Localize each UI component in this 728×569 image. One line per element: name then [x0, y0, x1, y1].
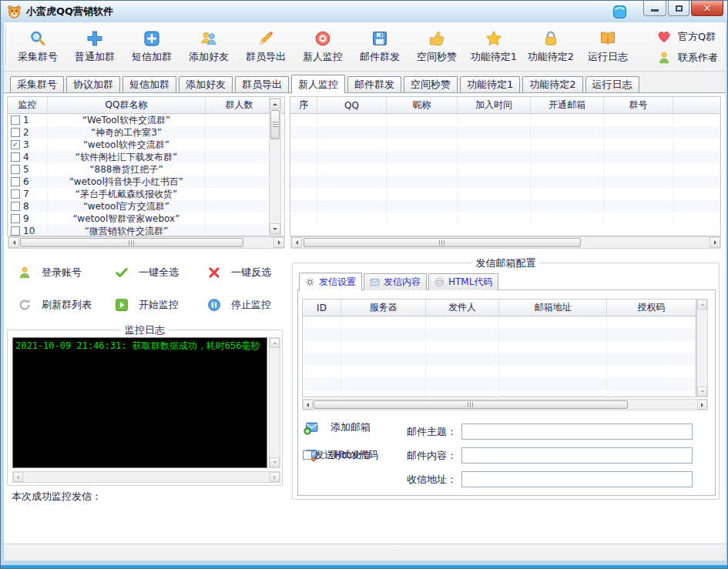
column-header[interactable]: ID — [303, 300, 341, 316]
maximize-button[interactable] — [668, 1, 689, 16]
tab-8[interactable]: 空间秒赞 — [404, 76, 458, 92]
column-header[interactable]: QQ — [317, 97, 387, 113]
group-list-vscrollbar[interactable] — [269, 98, 281, 235]
email-tab-1[interactable]: 发信设置 — [299, 273, 362, 291]
action-button-1[interactable]: 登录账号 — [18, 266, 115, 279]
tab-10[interactable]: 功能待定2 — [522, 76, 582, 92]
table-row[interactable]: 10“微营销软件交流群” — [8, 225, 284, 236]
action-button-5[interactable]: 开始监控 — [115, 298, 207, 312]
table-row[interactable]: 8“wetool官方交流群” — [8, 200, 284, 213]
column-header[interactable]: QQ群名称 — [48, 97, 206, 113]
toolbar-item-6[interactable]: 新人监控 — [294, 25, 351, 69]
scroll-thumb[interactable] — [314, 400, 628, 409]
tab-2[interactable]: 协议加群 — [66, 76, 120, 92]
table-row[interactable]: 4“软件阁社汇下载发布群” — [8, 151, 284, 163]
scroll-right-arrow[interactable] — [273, 237, 284, 248]
send-html-checkbox-row[interactable]: 发送Html代码 — [303, 448, 378, 462]
toolbar-item-11[interactable]: 运行日志 — [579, 25, 636, 69]
tab-3[interactable]: 短信加群 — [122, 76, 176, 92]
toolbar-item-4[interactable]: 添加好友 — [180, 25, 237, 69]
scroll-left-arrow[interactable] — [13, 472, 23, 482]
toolbar-item-10[interactable]: 功能待定2 — [522, 25, 579, 69]
action-button-3[interactable]: 一键反选 — [207, 266, 281, 279]
add-mailbox-button[interactable]: 添加邮箱 — [304, 420, 371, 435]
scroll-down-arrow[interactable] — [270, 457, 280, 467]
monitor-checkbox[interactable] — [11, 128, 20, 137]
email-tab-2[interactable]: 发信内容 — [364, 273, 427, 290]
table-row[interactable]: 1“WeTool软件交流群” — [8, 114, 284, 126]
scroll-thumb[interactable] — [20, 238, 243, 247]
toolbar-item-8[interactable]: 空间秒赞 — [408, 25, 465, 69]
scroll-right-arrow[interactable] — [697, 400, 707, 410]
table-row[interactable]: 6“wetool抖音快手小红书百” — [8, 176, 284, 188]
monitor-checkbox[interactable] — [11, 189, 20, 199]
scroll-left-arrow[interactable] — [303, 400, 313, 410]
column-header[interactable]: 邮箱地址 — [499, 300, 607, 316]
toolbar-item-2[interactable]: 普通加群 — [66, 25, 123, 69]
scroll-down-arrow[interactable] — [270, 223, 280, 234]
scroll-left-arrow[interactable] — [291, 237, 302, 248]
toolbar-link-1[interactable]: 官方Q群 — [657, 26, 718, 47]
scroll-right-arrow[interactable] — [270, 472, 280, 482]
action-button-4[interactable]: 刷新群列表 — [18, 298, 115, 312]
tab-5[interactable]: 群员导出 — [235, 76, 289, 92]
toolbar-link-2[interactable]: 联系作者 — [657, 47, 718, 68]
action-button-6[interactable]: 停止监控 — [207, 298, 281, 312]
scroll-thumb[interactable] — [304, 238, 581, 247]
scroll-up-arrow[interactable] — [270, 338, 280, 348]
action-button-2[interactable]: 一键全选 — [115, 266, 207, 279]
toolbar-item-7[interactable]: 邮件群发 — [351, 25, 408, 69]
toolbar-item-3[interactable]: 短信加群 — [123, 25, 180, 69]
scroll-up-arrow[interactable] — [270, 99, 280, 109]
log-vscrollbar[interactable] — [269, 337, 280, 468]
monitor-checkbox[interactable] — [11, 115, 20, 125]
monitor-checkbox[interactable] — [11, 177, 20, 186]
column-header[interactable]: 服务器 — [341, 300, 426, 316]
toolbar-item-1[interactable]: 采集群号 — [9, 25, 66, 69]
tab-7[interactable]: 邮件群发 — [347, 76, 401, 92]
scroll-right-arrow[interactable] — [710, 237, 720, 248]
tab-4[interactable]: 添加好友 — [179, 76, 233, 92]
tab-9[interactable]: 功能待定1 — [460, 76, 520, 92]
tab-1[interactable]: 采集群号 — [10, 76, 64, 92]
email-table-hscrollbar[interactable] — [302, 399, 708, 410]
scroll-down-arrow[interactable] — [697, 387, 707, 397]
table-row[interactable]: 7“茅台手机戴森线报收货” — [8, 188, 284, 200]
email-tab-3[interactable]: HTML代码 — [428, 273, 498, 290]
monitor-checkbox[interactable]: ✓ — [11, 140, 20, 149]
member-table-hscrollbar[interactable] — [290, 236, 721, 249]
scroll-left-arrow[interactable] — [8, 237, 19, 248]
monitor-checkbox[interactable] — [11, 214, 20, 223]
group-list-hscrollbar[interactable] — [8, 236, 285, 249]
monitor-checkbox[interactable] — [11, 165, 20, 174]
scroll-up-arrow[interactable] — [697, 300, 707, 310]
monitor-checkbox[interactable] — [11, 152, 20, 162]
column-header[interactable]: 发件人 — [426, 300, 499, 316]
tab-6[interactable]: 新人监控 — [291, 75, 345, 93]
send-html-checkbox[interactable] — [303, 450, 312, 460]
monitor-checkbox[interactable] — [11, 226, 20, 236]
column-header[interactable]: 授权码 — [607, 300, 696, 316]
recipient-address-input[interactable] — [461, 471, 693, 487]
column-header[interactable]: 群号 — [604, 97, 673, 113]
toolbar-item-9[interactable]: 功能待定1 — [465, 25, 522, 69]
column-header[interactable]: 加入时间 — [458, 97, 531, 113]
column-header[interactable]: 监控 — [8, 97, 48, 113]
minimize-button[interactable] — [643, 1, 666, 16]
column-header[interactable]: 昵称 — [387, 97, 458, 113]
monitor-checkbox[interactable] — [11, 202, 20, 211]
table-row[interactable]: 5“888撸货扛把子” — [8, 163, 284, 176]
table-row[interactable]: ✓3“wetool软件交流群” — [8, 139, 284, 151]
tray-gem-icon[interactable] — [611, 3, 629, 21]
email-table-vscrollbar[interactable] — [696, 299, 708, 397]
table-row[interactable]: 9“wetool智群管家webox” — [8, 213, 284, 225]
toolbar-item-5[interactable]: 群员导出 — [237, 25, 294, 69]
scroll-thumb[interactable] — [270, 110, 280, 139]
column-header[interactable]: 群人数 — [206, 97, 273, 113]
log-hscrollbar[interactable] — [12, 471, 280, 483]
close-button[interactable]: ✕ — [691, 1, 723, 16]
column-header[interactable]: 序 — [290, 97, 317, 113]
mail-content-input[interactable] — [461, 447, 693, 464]
column-header[interactable]: 开通邮箱 — [531, 97, 604, 113]
mail-subject-input[interactable] — [461, 423, 693, 440]
